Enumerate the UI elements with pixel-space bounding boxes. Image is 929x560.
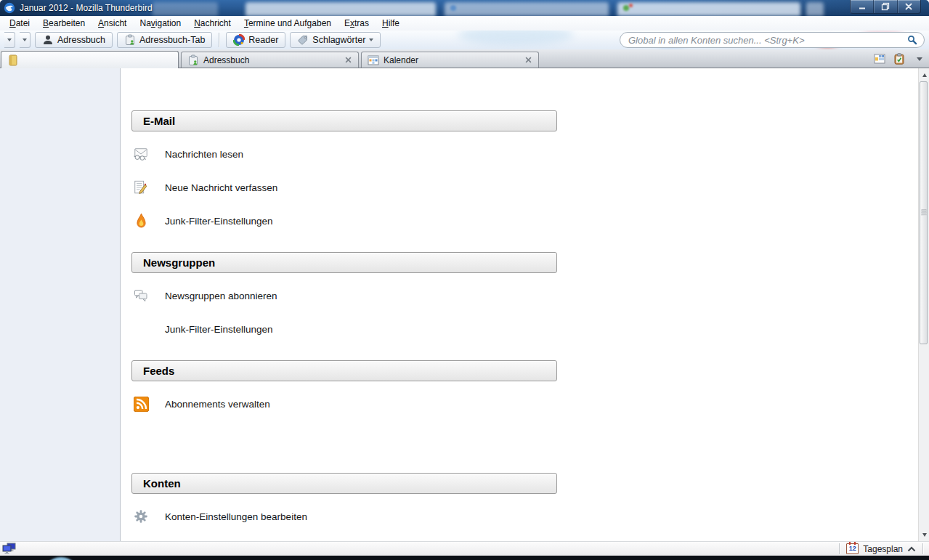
- background-window-tab: [246, 2, 436, 16]
- open-calendar-tab-button[interactable]: [872, 52, 888, 66]
- thunderbird-app-icon: [4, 2, 15, 14]
- section-items-accounts: Konten-Einstellungen bearbeiten: [131, 500, 557, 533]
- background-window-tab: [153, 2, 218, 16]
- action-junk-filter-einstellungen[interactable]: Junk-Filter-Einstellungen: [131, 312, 557, 346]
- menubar: DateiBearbeitenAnsichtNavigationNachrich…: [0, 16, 929, 31]
- minimize-button[interactable]: [851, 0, 874, 13]
- action-neue-nachricht-verfassen[interactable]: Neue Nachricht verfassen: [131, 171, 557, 204]
- today-pane-label: Tagesplan: [863, 544, 903, 554]
- action-nachrichten-lesen[interactable]: Nachrichten lesen: [131, 137, 557, 171]
- tasks-clipboard-icon: [894, 53, 904, 65]
- reader-button[interactable]: Reader: [226, 32, 285, 48]
- folder-icon: [7, 54, 19, 66]
- search-icon[interactable]: [907, 35, 917, 45]
- tags-group: Schlagwörter: [290, 32, 381, 48]
- section-title: E-Mail: [143, 115, 175, 127]
- open-tasks-tab-button[interactable]: [891, 52, 907, 66]
- address-book-tab-icon: [187, 54, 199, 66]
- address-book-icon: [42, 34, 54, 46]
- list-all-tabs-icon[interactable]: [917, 57, 922, 61]
- menu-item-datei[interactable]: Datei: [3, 17, 36, 31]
- scrollbar-thumb[interactable]: [920, 81, 928, 344]
- address-book-tab-button[interactable]: Adressbuch-Tab: [117, 32, 212, 48]
- section-title: Newsgruppen: [143, 256, 215, 269]
- tab-strip: AdressbuchKalender: [1, 49, 541, 68]
- menu-item-navigation[interactable]: Navigation: [133, 17, 187, 31]
- action-label: Junk-Filter-Einstellungen: [165, 216, 273, 227]
- gear-icon: [133, 507, 149, 526]
- tab-title: Adressbuch: [203, 55, 339, 65]
- action-abonnements-verwalten[interactable]: Abonnements verwalten: [131, 387, 557, 421]
- action-junk-filter-einstellungen[interactable]: Junk-Filter-Einstellungen: [131, 204, 557, 238]
- online-status-icon[interactable]: [2, 543, 17, 555]
- menu-item-bearbeiten[interactable]: Bearbeiten: [36, 17, 92, 31]
- section-email: E-MailNachrichten lesenNeue Nachricht ve…: [131, 110, 557, 238]
- close-button[interactable]: [898, 0, 920, 13]
- menu-item-termine-und-aufgaben[interactable]: Termine und Aufgaben: [238, 17, 338, 31]
- section-title: Feeds: [143, 365, 174, 377]
- get-mail-dropdown-button[interactable]: [4, 32, 15, 48]
- address-book-tab-label: Adressbuch-Tab: [139, 35, 205, 45]
- scroll-down-button[interactable]: [919, 529, 929, 540]
- background-tab-favicon: [623, 5, 629, 11]
- junk-flame-icon: [133, 211, 149, 230]
- address-book-tab-icon: [124, 34, 136, 46]
- global-search-input[interactable]: [627, 34, 903, 46]
- account-central: E-MailNachrichten lesenNeue Nachricht ve…: [121, 68, 557, 533]
- address-book-button[interactable]: Adressbuch: [35, 32, 113, 48]
- action-label: Konten-Einstellungen bearbeiten: [165, 511, 307, 522]
- today-pane-toggle[interactable]: 12 Tagesplan: [845, 543, 917, 554]
- start-orb-icon[interactable]: [42, 557, 80, 560]
- section-items-newsgroups: Newsgruppen abonnierenJunk-Filter-Einste…: [131, 279, 557, 346]
- compose-dropdown-button[interactable]: [20, 32, 31, 48]
- tab-start[interactable]: [1, 51, 179, 68]
- section-header-feeds: Feeds: [131, 360, 557, 381]
- toolbar-buttons: AbrufenVerfassenAdressbuchAdressbuch-Tab…: [4, 32, 381, 48]
- global-search-box: [620, 32, 925, 48]
- status-left: [0, 543, 17, 555]
- section-header-accounts: Konten: [131, 473, 557, 494]
- section-title: Konten: [143, 477, 181, 490]
- titlebar: Januar 2012 - Mozilla Thunderbird: [0, 0, 929, 16]
- tab-kalender[interactable]: Kalender: [361, 52, 539, 68]
- toolbar-separator: [219, 33, 219, 47]
- close-tab-icon[interactable]: [344, 56, 352, 65]
- action-label: Junk-Filter-Einstellungen: [165, 324, 273, 335]
- section-accounts: KontenKonten-Einstellungen bearbeiten: [131, 473, 557, 533]
- newsgroups-icon: [133, 286, 149, 305]
- no-icon: [133, 320, 149, 338]
- compose-message-icon: [133, 178, 149, 197]
- menu-item-hilfe[interactable]: Hilfe: [376, 17, 406, 31]
- address-book-label: Adressbuch: [57, 35, 105, 45]
- arrow-up-icon: [922, 73, 927, 77]
- address-book-tab-group: Adressbuch-Tab: [117, 32, 212, 48]
- close-tab-icon[interactable]: [524, 56, 532, 65]
- reader-icon: [233, 34, 245, 46]
- menu-item-extras[interactable]: Extras: [338, 17, 376, 31]
- close-icon: [905, 3, 912, 10]
- section-items-email: Nachrichten lesenNeue Nachricht verfasse…: [131, 137, 557, 238]
- tags-label: Schlagwörter: [312, 35, 365, 45]
- action-label: Neue Nachricht verfassen: [165, 182, 277, 193]
- calendar-icon: [368, 54, 379, 66]
- tags-button[interactable]: Schlagwörter: [290, 32, 381, 48]
- dropdown-arrow-icon: [369, 38, 373, 41]
- app-window: { "window": { "title": "Januar 2012 - Mo…: [0, 0, 929, 560]
- tab-adressbuch[interactable]: Adressbuch: [181, 52, 359, 68]
- action-konten-einstellungen-bearbeiten[interactable]: Konten-Einstellungen bearbeiten: [131, 500, 557, 533]
- read-messages-icon: [133, 145, 149, 163]
- vertical-scrollbar[interactable]: [918, 68, 929, 541]
- menu-item-nachricht[interactable]: Nachricht: [187, 17, 238, 31]
- action-label: Abonnements verwalten: [165, 399, 270, 410]
- section-newsgroups: NewsgruppenNewsgruppen abonnierenJunk-Fi…: [131, 252, 557, 346]
- reader-group: Reader: [226, 32, 285, 48]
- action-newsgruppen-abonnieren[interactable]: Newsgruppen abonnieren: [131, 279, 557, 312]
- menu-item-ansicht[interactable]: Ansicht: [92, 17, 133, 31]
- background-tab-favicon: [629, 4, 633, 7]
- statusbar-separator: [839, 543, 840, 554]
- statusbar-separator: [922, 543, 923, 554]
- scroll-up-button[interactable]: [919, 69, 929, 81]
- arrow-down-icon: [922, 533, 927, 537]
- reader-label: Reader: [248, 35, 278, 45]
- restore-button[interactable]: [874, 0, 897, 13]
